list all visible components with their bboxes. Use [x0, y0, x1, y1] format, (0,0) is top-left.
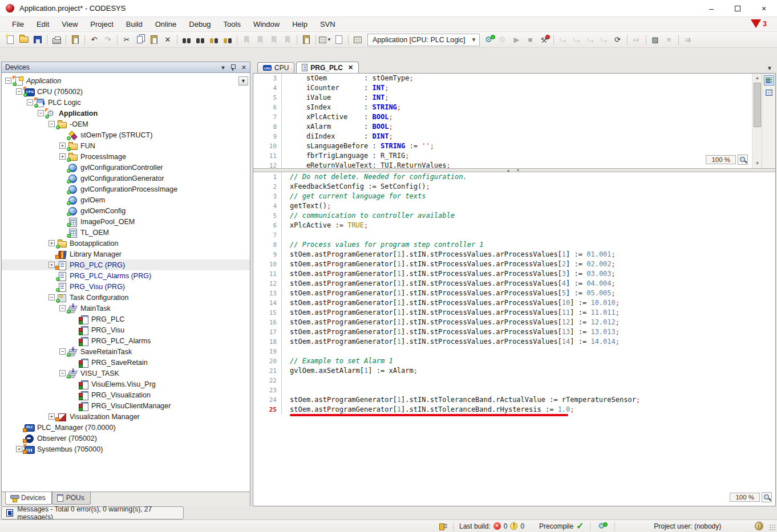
- start-button[interactable]: ▶: [511, 34, 523, 46]
- copy-project-button[interactable]: [69, 34, 82, 46]
- tree-item-application[interactable]: −Application: [2, 108, 250, 119]
- step-into-button[interactable]: [570, 34, 583, 46]
- declaration-zoom-icon[interactable]: [738, 155, 748, 165]
- combo-dropdown-icon[interactable]: ▼: [471, 36, 477, 43]
- close-button[interactable]: ×: [751, 0, 777, 17]
- paste-button[interactable]: [148, 34, 160, 46]
- tree-item-prg-visu-prg[interactable]: PRG_Visu (PRG): [2, 281, 250, 292]
- save-project-button[interactable]: [31, 34, 44, 46]
- tree-item-prg-plc-alarms[interactable]: PRG_PLC_Alarms: [2, 335, 250, 346]
- expand-icon[interactable]: +: [59, 153, 66, 160]
- tree-item-plc-manager-70-0000[interactable]: PLC_Manager (70.0000): [2, 422, 250, 433]
- textual-view-button[interactable]: [764, 75, 774, 86]
- print-button[interactable]: [50, 34, 63, 46]
- code-line-7[interactable]: 7: [253, 230, 775, 240]
- tree-item-tl-oem[interactable]: TL_OEM: [2, 227, 250, 238]
- code-line-2[interactable]: 2xFeedbackSetConfig := SetConfig();: [253, 182, 775, 192]
- run-to-cursor-button[interactable]: [598, 34, 610, 46]
- tree-item-prg-plc-alarms-prg[interactable]: PRG_PLC_Alarms (PRG): [2, 270, 250, 281]
- code-line-13[interactable]: 13stOem.astProgramGenerator[1].stIN.stPr…: [253, 289, 775, 298]
- code-line-19[interactable]: 19: [253, 347, 775, 356]
- paste-special-button[interactable]: [300, 34, 313, 46]
- open-project-button[interactable]: [18, 34, 30, 46]
- menu-project[interactable]: Project: [84, 18, 119, 31]
- force-values-button[interactable]: ⇉: [682, 34, 694, 46]
- tab-prg-plc[interactable]: PRG_PLC ✕: [296, 62, 359, 73]
- collapse-icon[interactable]: −: [16, 88, 22, 95]
- code-line-12[interactable]: 12 eReturnValueText: TUI.ReturnValues;: [253, 161, 775, 168]
- tree-item-observer-705002[interactable]: Observer (705002): [2, 433, 250, 444]
- code-line-16[interactable]: 16stOem.astProgramGenerator[1].stIN.stPr…: [253, 318, 775, 327]
- code-line-4[interactable]: 4 iCounter : INT;: [253, 83, 775, 93]
- resize-grip[interactable]: [769, 524, 776, 531]
- tree-item-saveretaintask[interactable]: −SaveRetainTask: [2, 346, 250, 357]
- code-line-4[interactable]: 4getText();: [253, 201, 775, 211]
- menu-window[interactable]: Window: [247, 18, 286, 31]
- expand-icon[interactable]: +: [48, 413, 55, 420]
- undo-button[interactable]: ↶: [88, 34, 100, 46]
- code-line-3[interactable]: 3// get current language for texts: [253, 192, 775, 201]
- previous-bookmark-button[interactable]: [254, 34, 266, 46]
- toggle-bookmark-button[interactable]: [240, 34, 253, 46]
- code-line-6[interactable]: 6 sIndex : STRING;: [253, 103, 775, 112]
- next-bookmark-button[interactable]: [268, 34, 280, 46]
- declaration-editor[interactable]: 3 stOem : stOemType;4 iCounter : INT;5 i…: [253, 74, 775, 168]
- tree-item-prg-visu[interactable]: PRG_Visu: [2, 324, 250, 335]
- login-button[interactable]: [483, 34, 496, 46]
- code-line-11[interactable]: 11 fbrTrigLanguage : R_TRIG;: [253, 151, 775, 161]
- implementation-zoom-icon[interactable]: [762, 492, 772, 502]
- tree-item-gvlconfigurationcontroller[interactable]: gvlConfigurationController: [2, 162, 250, 173]
- new-project-button[interactable]: [4, 34, 17, 46]
- implementation-zoom-level[interactable]: 100 %: [730, 493, 760, 502]
- clear-bookmarks-button[interactable]: [281, 34, 294, 46]
- tree-item-prg-plc[interactable]: PRG_PLC: [2, 314, 250, 324]
- menu-view[interactable]: View: [55, 18, 84, 31]
- menu-debug[interactable]: Debug: [183, 18, 217, 31]
- menu-help[interactable]: Help: [286, 18, 314, 31]
- menu-file[interactable]: File: [6, 18, 30, 31]
- step-out-button[interactable]: [584, 34, 597, 46]
- expand-icon[interactable]: +: [48, 240, 55, 246]
- tree-item-plc-logic[interactable]: −PLC Logic: [2, 97, 250, 108]
- reset-warm-button[interactable]: ⟳: [612, 34, 624, 46]
- collapse-icon[interactable]: −: [38, 110, 44, 116]
- code-line-10[interactable]: 10 sLanguageBefore : STRING := '';: [253, 141, 775, 151]
- code-line-14[interactable]: 14stOem.astProgramGenerator[1].stIN.stPr…: [253, 298, 775, 308]
- code-line-23[interactable]: 23: [253, 385, 775, 395]
- menu-build[interactable]: Build: [120, 18, 149, 31]
- tabular-view-button[interactable]: [764, 87, 774, 98]
- tree-item-prg-visualization[interactable]: PRG_Visualization: [2, 389, 250, 400]
- expand-icon[interactable]: +: [48, 262, 55, 268]
- find-button[interactable]: [180, 34, 193, 46]
- new-device-button[interactable]: ▼: [319, 34, 331, 46]
- expand-icon[interactable]: +: [59, 143, 66, 149]
- code-line-20[interactable]: 20// Example to set Alarm 1: [253, 356, 775, 366]
- pin-icon[interactable]: [230, 64, 236, 71]
- code-line-8[interactable]: 8 xAlarm : BOOL;: [253, 122, 775, 132]
- collapse-icon[interactable]: −: [48, 294, 55, 300]
- code-line-9[interactable]: 9 diIndex : DINT;: [253, 132, 775, 141]
- code-line-25[interactable]: 25stOem.astProgramGenerator[1].stIN.stTo…: [253, 405, 775, 415]
- tree-item-task-configuration[interactable]: −Task Configuration: [2, 292, 250, 303]
- tree-item-visuelems-visu-prg[interactable]: VisuElems.Visu_Prg: [2, 379, 250, 389]
- tree-item-fun[interactable]: +FUN: [2, 140, 250, 151]
- cut-button[interactable]: ✂: [120, 34, 133, 46]
- tree-item-gvlconfigurationprocessimage[interactable]: gvlConfigurationProcessImage: [2, 184, 250, 194]
- collapse-icon[interactable]: −: [5, 78, 11, 84]
- tree-item-systembus-705000[interactable]: +Systembus (705000): [2, 444, 250, 454]
- tab-pous[interactable]: POUs: [52, 492, 91, 505]
- tree-item-application[interactable]: −Application: [2, 75, 250, 86]
- device-combo-button[interactable]: ▼: [238, 76, 248, 86]
- active-application-combo[interactable]: Application [CPU: PLC Logic]▼: [367, 34, 480, 46]
- tab-list-dropdown-icon[interactable]: ▼: [767, 65, 772, 71]
- pragma-flag[interactable]: 3: [751, 19, 767, 28]
- show-next-statement-button[interactable]: ⇨: [630, 34, 643, 46]
- tree-item-visu-task[interactable]: −VISU_TASK: [2, 368, 250, 379]
- menu-tools[interactable]: Tools: [217, 18, 247, 31]
- tree-item-prg-plc-prg[interactable]: +PRG_PLC (PRG): [2, 259, 250, 270]
- code-line-3[interactable]: 3 stOem : stOemType;: [253, 74, 775, 83]
- scroll-thumb[interactable]: [754, 83, 761, 127]
- menu-edit[interactable]: Edit: [30, 18, 55, 31]
- code-line-9[interactable]: 9stOem.astProgramGenerator[1].stIN.stPro…: [253, 250, 775, 259]
- code-line-5[interactable]: 5 iValue : INT;: [253, 93, 775, 103]
